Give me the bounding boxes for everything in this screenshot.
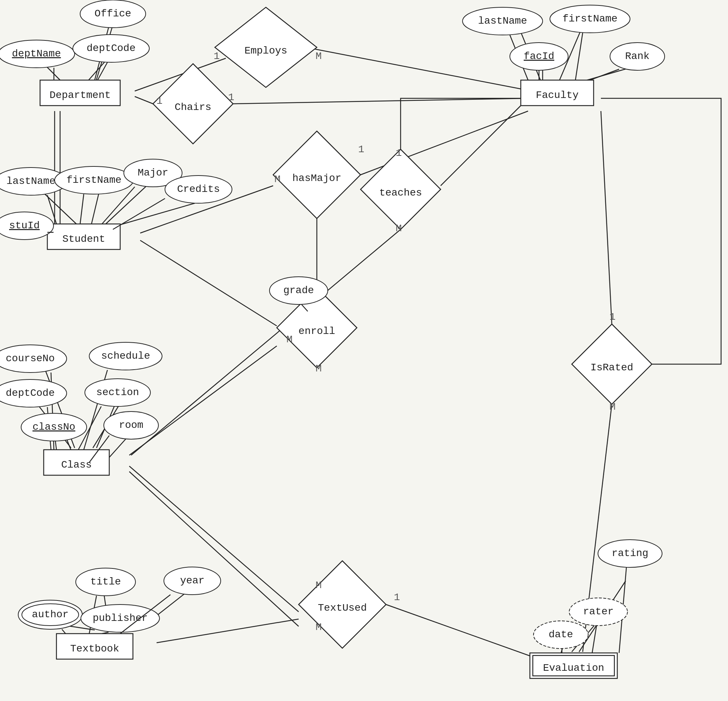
label-title: title (90, 576, 121, 587)
label-section: section (96, 387, 139, 398)
label-faculty: Faculty (536, 90, 579, 101)
cardinality-employs-1: 1 (214, 51, 220, 62)
label-student: Student (62, 233, 105, 245)
cardinality-enroll-m-cls: M (316, 363, 322, 374)
label-department: Department (49, 90, 111, 101)
label-classno: classNo (32, 421, 75, 433)
svg-line-61 (55, 441, 56, 450)
svg-line-21 (131, 230, 401, 455)
cardinality-enroll-m-stu: M (287, 334, 293, 345)
label-major: Major (138, 167, 168, 178)
label-evaluation: Evaluation (543, 662, 604, 674)
cardinality-textused-1-eval: 1 (394, 592, 400, 603)
label-class: Class (61, 459, 92, 470)
cardinality-teaches-m: M (396, 223, 402, 234)
svg-line-34 (386, 604, 539, 659)
cardinality-textused-m-cls: M (316, 580, 322, 591)
svg-line-32 (157, 619, 299, 643)
label-fac-firstname: firstName (562, 13, 617, 25)
label-textbook: Textbook (70, 643, 119, 655)
cardinality-textused-m-txt: M (316, 622, 322, 633)
cardinality-israted-m: M (610, 401, 616, 413)
label-facid: facId (524, 51, 554, 62)
svg-line-54 (80, 194, 84, 224)
label-deptname: deptName (12, 48, 61, 59)
label-fac-lastname: lastName (478, 15, 527, 27)
label-credits: Credits (177, 184, 220, 195)
label-teaches: teaches (379, 187, 422, 198)
svg-line-4 (135, 97, 153, 104)
svg-line-10 (233, 98, 528, 104)
label-hasmajor: hasMajor (292, 173, 341, 184)
label-class-deptcode: deptCode (6, 387, 55, 399)
cardinality-hasmajor-1: 1 (358, 144, 364, 155)
cardinality-hasmajor-m: M (274, 174, 281, 185)
label-employs: Employs (244, 45, 287, 56)
svg-line-33 (129, 471, 299, 626)
label-office: Office (95, 8, 131, 19)
label-stuid: stuId (9, 220, 40, 231)
cardinality-teaches-1: 1 (396, 147, 402, 159)
svg-line-17 (117, 203, 195, 226)
svg-line-12 (441, 98, 528, 186)
svg-line-19 (140, 240, 277, 326)
cardinality-chairs-1b: 1 (228, 92, 234, 103)
svg-line-65 (62, 629, 65, 634)
label-stu-lastname: lastName (7, 175, 55, 187)
cardinality-employs-m: M (316, 51, 322, 62)
label-courseno: courseNo (6, 353, 55, 364)
label-date: date (549, 629, 573, 640)
label-grade: grade (283, 285, 314, 296)
svg-line-51 (590, 69, 619, 80)
svg-line-15 (91, 192, 99, 226)
label-textused: TextUsed (318, 602, 367, 614)
cardinality-israted-1: 1 (610, 311, 616, 323)
label-author: author (32, 609, 69, 620)
label-enroll: enroll (299, 325, 335, 337)
label-rating: rating (612, 548, 649, 559)
label-room: room (119, 419, 143, 431)
label-deptcode: deptCode (87, 43, 136, 54)
label-rater: rater (583, 606, 614, 617)
label-israted: IsRated (590, 362, 633, 373)
svg-line-69 (592, 626, 597, 653)
label-year: year (180, 575, 204, 586)
label-schedule: schedule (101, 350, 150, 361)
svg-line-22 (601, 111, 612, 324)
label-chairs: Chairs (175, 101, 212, 113)
label-rank: Rank (625, 51, 649, 62)
svg-line-9 (306, 47, 528, 90)
cardinality-chairs-1a: 1 (157, 95, 163, 107)
er-diagram: Employs Chairs hasMajor teaches enroll T… (0, 0, 728, 701)
label-stu-firstname: firstName (66, 175, 121, 186)
